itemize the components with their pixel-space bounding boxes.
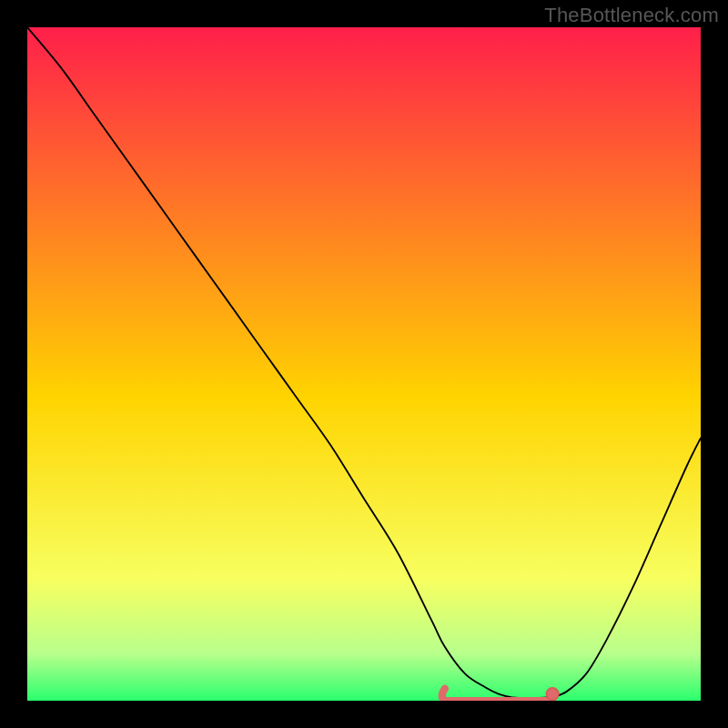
chart-frame: TheBottleneck.com: [0, 0, 728, 728]
optimal-point-marker: [547, 688, 559, 700]
watermark-text: TheBottleneck.com: [544, 4, 719, 27]
bottleneck-chart: [27, 27, 701, 701]
gradient-background: [27, 27, 701, 701]
